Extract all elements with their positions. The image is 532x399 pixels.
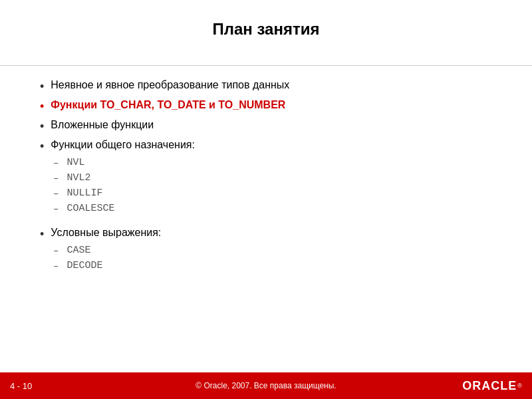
bullet-dot-5: • — [40, 227, 44, 241]
sub-item-nullif: – NULLIF — [53, 188, 114, 199]
list-item-5: • Условные выражения: – CASE – DECODE — [40, 227, 492, 279]
bullet-dot-2: • — [40, 100, 44, 114]
main-bullet-list: • Неявное и явное преобразование типов д… — [40, 79, 492, 279]
slide-title: План занятия — [40, 20, 492, 45]
bullet-text-3: Вложенные функции — [51, 119, 154, 131]
bullet-dot-3: • — [40, 120, 44, 134]
bullet-dot-1: • — [40, 80, 44, 94]
footer-page-number: 4 - 10 — [10, 381, 32, 391]
bullet-text-5: Условные выражения: — [51, 227, 161, 239]
sub-item-nvl-text: NVL — [66, 157, 84, 168]
sub-item-nvl: – NVL — [53, 157, 114, 168]
dash-icon: – — [53, 158, 59, 168]
sub-item-coalesce-text: COALESCE — [66, 203, 114, 214]
sub-list-4: – NVL – NVL2 – NULLIF – COALESCE — [53, 157, 114, 218]
bullet-dot-4: • — [40, 140, 44, 154]
footer-copyright: © Oracle, 2007. Все права защищены. — [196, 381, 336, 390]
sub-list-5: – CASE – DECODE — [53, 245, 102, 275]
list-item-1: • Неявное и явное преобразование типов д… — [40, 79, 492, 94]
sub-item-decode-text: DECODE — [66, 260, 102, 271]
dash-icon: – — [53, 261, 59, 271]
sub-item-case-text: CASE — [66, 245, 90, 256]
sub-item-case: – CASE — [53, 245, 102, 256]
list-item-4: • Функции общего назначения: – NVL – NVL… — [40, 139, 492, 221]
dash-icon: – — [53, 245, 59, 256]
list-item-2: • Функции TO_CHAR, TO_DATE и TO_NUMBER — [40, 99, 492, 114]
sub-item-nvl2: – NVL2 — [53, 172, 114, 184]
sub-item-nullif-text: NULLIF — [66, 188, 102, 199]
sub-item-coalesce: – COALESCE — [53, 203, 114, 214]
dash-icon: – — [53, 173, 59, 184]
slide-container: План занятия • Неявное и явное преобразо… — [0, 0, 532, 372]
list-item-3: • Вложенные функции — [40, 119, 492, 134]
sub-item-nvl2-text: NVL2 — [66, 172, 90, 184]
oracle-trademark: ® — [517, 382, 522, 389]
oracle-logo: ORACLE® — [462, 379, 522, 393]
bullet-text-4: Функции общего назначения: — [51, 139, 195, 151]
dash-icon: – — [53, 188, 59, 199]
footer-bar: 4 - 10 © Oracle, 2007. Все права защищен… — [0, 372, 532, 399]
separator — [0, 65, 532, 66]
oracle-logo-text: ORACLE — [462, 379, 517, 393]
dash-icon: – — [53, 203, 59, 214]
bullet-text-2: Функции TO_CHAR, TO_DATE и TO_NUMBER — [51, 99, 285, 111]
sub-item-decode: – DECODE — [53, 260, 102, 271]
bullet-text-1: Неявное и явное преобразование типов дан… — [51, 79, 289, 91]
